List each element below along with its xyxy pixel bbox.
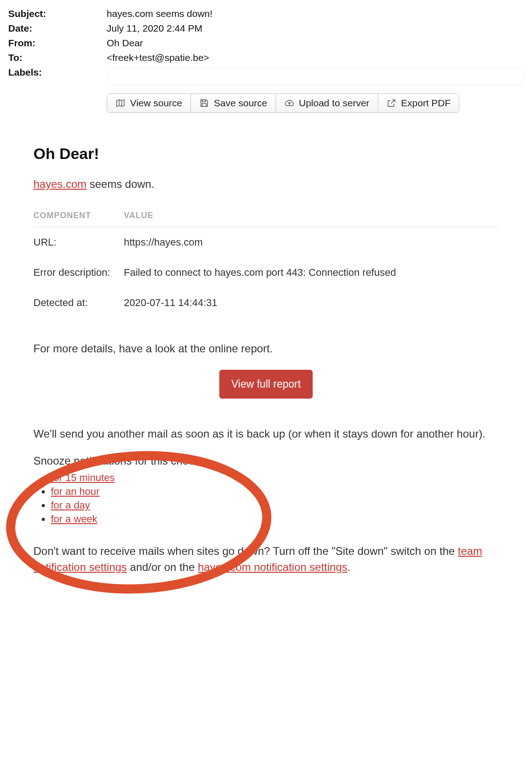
view-source-button[interactable]: View source — [107, 94, 191, 112]
footer-pre: Don't want to receive mails when sites g… — [33, 545, 458, 557]
date-label: Date: — [8, 23, 107, 34]
row-key: Detected at: — [33, 288, 124, 318]
snooze-link-1h[interactable]: for an hour — [51, 486, 99, 497]
button-label: Save source — [214, 98, 267, 109]
row-val: Failed to connect to hayes.com port 443:… — [124, 257, 499, 288]
site-notification-settings-link[interactable]: hayes.com notif­ication settings — [198, 561, 347, 573]
details-table: COMPONENT VALUE URL: https://hayes.com E… — [33, 211, 499, 318]
mail-body: Oh Dear! hayes.com seems down. COMPONENT… — [8, 113, 524, 593]
more-details-text: For more details, have a look at the onl… — [33, 341, 499, 357]
labels-label: Labels: — [8, 67, 107, 78]
date-value: July 11, 2020 2:44 PM — [107, 23, 524, 34]
table-row: Error description: Failed to connect to … — [33, 257, 499, 288]
snooze-link-15m[interactable]: for 15 minutes — [51, 472, 114, 483]
email-metadata: Subject: hayes.com seems down! Date: Jul… — [8, 8, 524, 85]
from-value: Oh Dear — [107, 38, 524, 49]
cloud-upload-icon — [284, 98, 294, 108]
intro-line: hayes.com seems down. — [33, 176, 499, 192]
svg-rect-0 — [202, 100, 205, 102]
row-key: Error description: — [33, 257, 124, 288]
row-key: URL: — [33, 227, 124, 257]
table-row: URL: https://hayes.com — [33, 227, 499, 257]
list-item: for 15 minutes — [51, 472, 499, 484]
subject-value: hayes.com seems down! — [107, 8, 524, 19]
snooze-link-1d[interactable]: for a day — [51, 499, 90, 511]
footer-mid: and/or on the — [130, 561, 198, 573]
th-component: COMPONENT — [33, 211, 124, 227]
list-item: for a day — [51, 499, 499, 511]
save-source-button[interactable]: Save source — [191, 94, 276, 112]
row-val: https://hayes.com — [124, 227, 499, 257]
snooze-label: Snooze notifications for this check: — [33, 455, 499, 467]
snooze-link-1w[interactable]: for a week — [51, 513, 98, 525]
view-full-report-button[interactable]: View full report — [219, 370, 313, 399]
table-row: Detected at: 2020-07-11 14:44:31 — [33, 288, 499, 318]
list-item: for an hour — [51, 486, 499, 498]
from-label: From: — [8, 38, 107, 49]
list-item: for a week — [51, 513, 499, 525]
site-link[interactable]: hayes.com — [33, 178, 87, 190]
upload-to-server-button[interactable]: Upload to server — [276, 94, 378, 112]
th-value: VALUE — [124, 211, 499, 227]
toolbar: View source Save source Upload to server… — [107, 93, 459, 113]
svg-rect-1 — [202, 104, 206, 106]
to-label: To: — [8, 52, 107, 63]
to-value: <freek+test@spatie.be> — [107, 52, 524, 63]
labels-input[interactable] — [107, 67, 524, 85]
map-icon — [115, 98, 125, 108]
button-label: Upload to server — [299, 98, 369, 109]
snooze-list: for 15 minutes for an hour for a day for… — [51, 472, 499, 525]
intro-text: seems down. — [87, 178, 154, 190]
subject-label: Subject: — [8, 8, 107, 19]
footer-text: Don't want to receive mails when sites g… — [33, 543, 499, 575]
export-icon — [386, 98, 396, 108]
export-pdf-button[interactable]: Export PDF — [378, 94, 459, 112]
followup-text: We'll send you another mail as soon as i… — [33, 426, 499, 442]
footer-post: . — [347, 561, 351, 573]
button-label: Export PDF — [401, 98, 451, 109]
floppy-icon — [199, 98, 209, 108]
button-label: View source — [130, 98, 182, 109]
mail-title: Oh Dear! — [33, 145, 499, 163]
row-val: 2020-07-11 14:44:31 — [124, 288, 499, 318]
